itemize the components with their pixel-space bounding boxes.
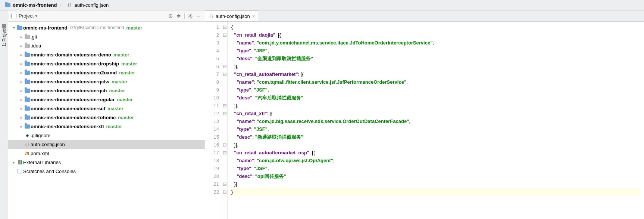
- tree-item-label: omnic-ms-domain-extension-demo: [31, 52, 111, 58]
- fold-gutter[interactable]: ⊟⊟⊟⊟⊟⊟⊟⊟⊟⊟: [222, 22, 228, 219]
- tree-item-icon: [24, 115, 31, 120]
- tree-item-branch: master: [118, 115, 134, 120]
- tree-item-branch: master: [107, 106, 124, 111]
- expand-chevron-icon[interactable]: ▸: [19, 115, 24, 120]
- tree-item-label: .idea: [31, 43, 41, 49]
- tree-item-icon: [24, 89, 31, 93]
- editor-tab[interactable]: {} auth-config.json ×: [205, 10, 259, 21]
- tree-item-icon: [16, 169, 23, 173]
- folder-icon: [4, 3, 11, 7]
- minimize-icon[interactable]: [194, 12, 203, 20]
- tree-item-icon: [24, 124, 31, 129]
- expand-chevron-icon[interactable]: ▸: [19, 53, 24, 57]
- tree-item[interactable]: ▸omnic-ms-domain-extension-qchmaster: [8, 86, 205, 95]
- tree-item-icon: [24, 71, 31, 75]
- expand-chevron-icon[interactable]: ▸: [19, 62, 24, 66]
- breadcrumb-item-file[interactable]: {} auth-config.json: [65, 2, 110, 8]
- svg-point-1: [170, 16, 171, 16]
- tree-item-label: omnic-ms-domain-extension-qch: [31, 88, 107, 93]
- tree-item-icon: [24, 80, 31, 84]
- tree-item-label: omnic-ms-domain-extension-xtl: [31, 124, 104, 129]
- tree-item-label: .gitignore: [31, 133, 50, 138]
- tree-item[interactable]: ▸omnic-ms-domain-extension-demomaster: [8, 50, 205, 59]
- tree-item-label: omnic-ms-domain-extension-regular: [31, 97, 115, 102]
- line-number-gutter: 12345678910111213141516171819202122: [205, 22, 222, 219]
- expand-chevron-icon[interactable]: ▸: [11, 160, 16, 164]
- tree-item-label: omnic-ms-domain-extension-o2oxmd: [31, 70, 117, 75]
- tree-item[interactable]: ▸omnic-ms-domain-extension-dropshipmaste…: [8, 59, 205, 68]
- tree-item-icon: [16, 26, 23, 30]
- tab-label: auth-config.json: [216, 13, 250, 19]
- breadcrumb-label: omnic-ms-frontend: [13, 2, 57, 8]
- tool-window-stripe[interactable]: 1: Project: [0, 10, 8, 219]
- expand-chevron-icon[interactable]: ▾: [11, 26, 16, 30]
- tree-item[interactable]: {}auth-config.json: [8, 140, 205, 149]
- code-content[interactable]: { "cn_retail_daojia": [{ "name": "com.jd…: [228, 22, 644, 219]
- tree-item-icon: [24, 35, 31, 39]
- json-file-icon: {}: [66, 3, 73, 7]
- tree-item-label: External Libraries: [23, 160, 61, 165]
- tree-item-icon: ◆: [24, 133, 31, 138]
- tree-item-branch: master: [126, 25, 143, 31]
- editor-panel: {} auth-config.json × 123456789101112131…: [205, 10, 644, 219]
- breadcrumb-item-root[interactable]: omnic-ms-frontend: [3, 2, 58, 8]
- tree-item-icon: [24, 53, 31, 57]
- tree-item[interactable]: ▸omnic-ms-domain-extension-scfmaster: [8, 104, 205, 113]
- tree-item-icon: [16, 160, 23, 164]
- svg-point-2: [190, 15, 191, 17]
- tree-item-label: pom.xml: [31, 151, 49, 156]
- locate-icon[interactable]: [166, 12, 175, 20]
- expand-chevron-icon[interactable]: ▸: [19, 71, 24, 75]
- tree-item[interactable]: ▸.git: [8, 32, 205, 41]
- expand-chevron-icon[interactable]: ▸: [19, 44, 24, 48]
- tree-item[interactable]: mpom.xml: [8, 149, 205, 158]
- close-tab-icon[interactable]: ×: [252, 13, 255, 19]
- tree-item-label: omnic-ms-domain-extension-dropship: [31, 61, 119, 67]
- tree-item[interactable]: ▸omnic-ms-domain-extension-xtlmaster: [8, 122, 205, 131]
- tree-item[interactable]: Scratches and Consoles: [8, 167, 205, 176]
- tree-item-branch: master: [121, 61, 137, 67]
- project-panel-title[interactable]: Project: [19, 13, 34, 19]
- editor-tabs: {} auth-config.json ×: [205, 10, 644, 22]
- chevron-right-icon: 〉: [59, 2, 64, 9]
- tree-item-icon: [24, 62, 31, 66]
- code-editor[interactable]: 12345678910111213141516171819202122 ⊟⊟⊟⊟…: [205, 22, 644, 219]
- tree-item[interactable]: ▸omnic-ms-domain-extension-qcfwmaster: [8, 77, 205, 86]
- breadcrumb-bar: omnic-ms-frontend 〉 {} auth-config.json: [0, 0, 644, 10]
- tree-item-label: Scratches and Consoles: [23, 169, 76, 174]
- tree-item[interactable]: ▸omnic-ms-domain-extension-regularmaster: [8, 95, 205, 104]
- tree-item-label: omnic-ms-domain-extension-scf: [31, 106, 105, 111]
- tree-item[interactable]: ▾omnic-ms-frontendD:\gitKu\omnic-ms-fron…: [8, 23, 205, 32]
- expand-chevron-icon[interactable]: ▸: [19, 124, 24, 129]
- json-file-icon: {}: [209, 14, 213, 18]
- expand-chevron-icon[interactable]: ▸: [19, 89, 24, 93]
- tree-item[interactable]: ▸External Libraries: [8, 158, 205, 167]
- main-layout: 1: Project Project ▾ ▾omnic-ms-frontendD…: [0, 10, 644, 219]
- tree-item-label: omnic-ms-domain-extension-qcfw: [31, 79, 109, 84]
- project-tool-window: Project ▾ ▾omnic-ms-frontendD:\gitKu\omn…: [8, 10, 205, 219]
- expand-chevron-icon[interactable]: ▸: [19, 107, 24, 111]
- tree-item[interactable]: ▸omnic-ms-domain-extension-o2oxmdmaster: [8, 68, 205, 77]
- settings-gear-icon[interactable]: [186, 12, 194, 20]
- expand-chevron-icon[interactable]: ▸: [19, 35, 24, 39]
- tree-item-label: .git: [31, 34, 37, 40]
- expand-chevron-icon[interactable]: ▸: [19, 80, 24, 84]
- tree-item-icon: [24, 44, 31, 48]
- tree-item-icon: m: [24, 151, 31, 156]
- tree-item-label: omnic-ms-domain-extension-tohome: [31, 115, 116, 120]
- tree-item-path: D:\gitKu\omnic-ms-frontend: [69, 25, 124, 30]
- tree-item-label: omnic-ms-frontend: [23, 25, 67, 31]
- collapse-all-icon[interactable]: [175, 12, 183, 20]
- tree-item-branch: master: [112, 79, 128, 84]
- tree-item[interactable]: ◆.gitignore: [8, 131, 205, 140]
- tree-item-icon: {}: [24, 142, 31, 146]
- project-tree[interactable]: ▾omnic-ms-frontendD:\gitKu\omnic-ms-fron…: [8, 22, 205, 219]
- dropdown-icon[interactable]: ▾: [35, 13, 38, 19]
- tree-item[interactable]: ▸.idea: [8, 41, 205, 50]
- breadcrumb-label: auth-config.json: [74, 2, 109, 8]
- tree-item-branch: master: [117, 97, 133, 102]
- tree-item-branch: master: [113, 52, 129, 58]
- tree-item-branch: master: [106, 124, 122, 129]
- tree-item[interactable]: ▸omnic-ms-domain-extension-tohomemaster: [8, 113, 205, 122]
- expand-chevron-icon[interactable]: ▸: [19, 98, 24, 102]
